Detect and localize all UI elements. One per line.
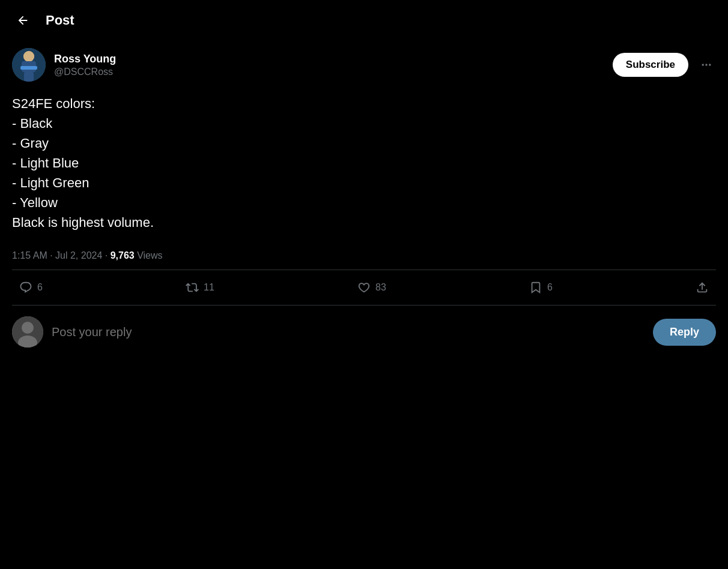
like-action[interactable]: 83 — [350, 276, 393, 299]
reply-icon — [19, 281, 32, 294]
author-name[interactable]: Ross Young — [54, 53, 116, 65]
views-count: 9,763 — [111, 250, 135, 260]
reply-avatar — [12, 316, 43, 348]
post-content: S24FE colors: - Black - Gray - Light Blu… — [0, 89, 728, 242]
post-text: S24FE colors: - Black - Gray - Light Blu… — [12, 94, 716, 232]
svg-point-6 — [702, 64, 704, 65]
author-right: Subscribe — [613, 53, 716, 77]
post-metadata: 1:15 AM · Jul 2, 2024 · 9,763 Views — [0, 242, 728, 269]
reply-input[interactable] — [52, 325, 645, 339]
svg-point-2 — [23, 51, 34, 62]
bottom-divider — [12, 305, 716, 306]
share-action[interactable] — [688, 276, 716, 299]
views-label: Views — [135, 250, 163, 260]
subscribe-button[interactable]: Subscribe — [613, 53, 688, 77]
author-left: Ross Young @DSCCRoss — [12, 48, 116, 82]
page-title: Post — [46, 13, 74, 28]
bookmark-icon — [529, 281, 542, 294]
svg-point-7 — [705, 64, 707, 65]
back-button[interactable] — [12, 10, 34, 31]
svg-point-10 — [22, 322, 34, 334]
bookmark-action[interactable]: 6 — [522, 276, 560, 299]
action-bar: 6 11 83 — [0, 270, 728, 305]
share-icon — [696, 281, 709, 294]
reply-area: Reply — [0, 308, 728, 356]
header: Post — [0, 0, 728, 41]
retweet-icon — [186, 281, 199, 294]
reply-count: 6 — [37, 282, 43, 293]
author-handle[interactable]: @DSCCRoss — [54, 67, 116, 77]
svg-point-8 — [709, 64, 711, 65]
page-container: Post Ross Young @DS — [0, 0, 728, 569]
like-icon — [357, 281, 371, 294]
retweet-count: 11 — [204, 282, 214, 293]
reply-action[interactable]: 6 — [12, 276, 50, 299]
more-options-button[interactable] — [697, 55, 716, 74]
like-count: 83 — [375, 282, 386, 293]
retweet-action[interactable]: 11 — [178, 276, 222, 299]
svg-rect-4 — [24, 72, 34, 82]
author-info: Ross Young @DSCCRoss — [54, 53, 116, 77]
avatar[interactable] — [12, 48, 46, 82]
reply-avatar-image — [12, 316, 43, 348]
post-timestamp: 1:15 AM · Jul 2, 2024 · — [12, 250, 111, 260]
post-author-row: Ross Young @DSCCRoss Subscribe — [0, 41, 728, 89]
avatar-image — [12, 48, 46, 82]
reply-button[interactable]: Reply — [653, 319, 716, 346]
svg-rect-5 — [20, 66, 37, 70]
bookmark-count: 6 — [547, 282, 553, 293]
